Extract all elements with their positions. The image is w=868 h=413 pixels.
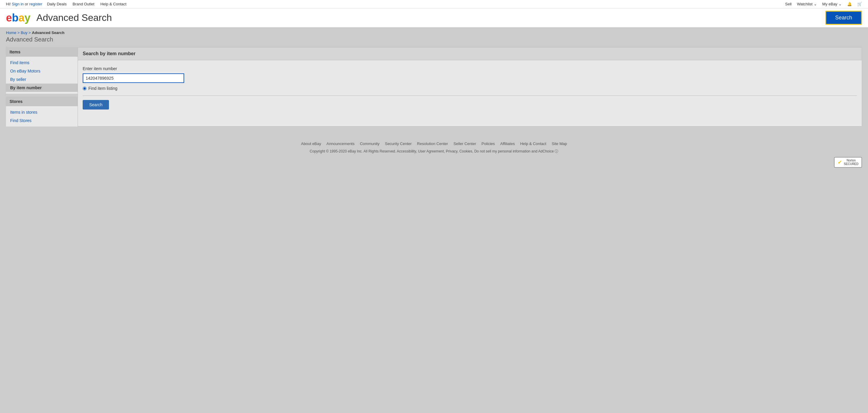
norton-badge: ✔ Norton SECURED xyxy=(6,157,862,168)
footer-privacy[interactable]: Privacy xyxy=(446,149,457,153)
breadcrumb: Home > Buy > Advanced Search xyxy=(6,30,862,35)
content-body: Enter item number Find item listing Sear… xyxy=(78,60,862,116)
breadcrumb-home[interactable]: Home xyxy=(6,30,17,35)
ebay-logo: ebay xyxy=(6,12,30,24)
sidebar-stores-section: Stores Items in stores Find Stores xyxy=(6,97,78,127)
logo-e: e xyxy=(6,12,12,24)
footer-cookies[interactable]: Cookies xyxy=(459,149,472,153)
page-title-header: Advanced Search xyxy=(36,12,112,23)
top-nav-right: Sell Watchlist ⌄ My eBay ⌄ 🔔 🛒 xyxy=(785,2,862,6)
sidebar-find-items[interactable]: Find items xyxy=(6,59,78,67)
register-link[interactable]: register xyxy=(29,2,42,6)
footer-seller-center[interactable]: Seller Center xyxy=(454,141,476,146)
logo-y: y xyxy=(25,12,30,24)
sidebar-by-item-number[interactable]: By item number xyxy=(6,84,78,92)
footer: About eBay Announcements Community Secur… xyxy=(0,135,868,174)
logo-a: a xyxy=(19,12,25,24)
breadcrumb-area: Home > Buy > Advanced Search Advanced Se… xyxy=(0,27,868,44)
search-button[interactable]: Search xyxy=(83,100,109,109)
footer-help-contact[interactable]: Help & Contact xyxy=(520,141,546,146)
footer-affiliates[interactable]: Affiliates xyxy=(500,141,515,146)
find-item-listing-label: Find item listing xyxy=(88,86,117,91)
footer-community[interactable]: Community xyxy=(360,141,380,146)
footer-announcements[interactable]: Announcements xyxy=(327,141,354,146)
sidebar-find-stores[interactable]: Find Stores xyxy=(6,116,78,125)
adchoice-icon: ⓘ xyxy=(555,149,558,153)
logo-b: b xyxy=(12,12,19,24)
watchlist-link[interactable]: Watchlist ⌄ xyxy=(797,2,817,6)
footer-resolution-center[interactable]: Resolution Center xyxy=(417,141,448,146)
sidebar-items-title: Items xyxy=(6,47,78,57)
content-area: Search by item number Enter item number … xyxy=(78,47,862,127)
radio-find-item-listing: Find item listing xyxy=(83,86,857,91)
sidebar-stores-links: Items in stores Find Stores xyxy=(6,106,78,127)
footer-do-not-sell[interactable]: Do not sell my personal information xyxy=(474,149,530,153)
sidebar-stores-title: Stores xyxy=(6,97,78,106)
item-number-label: Enter item number xyxy=(83,66,857,71)
sidebar-items-section: Items Find items On eBay Motors By selle… xyxy=(6,47,78,94)
norton-box: ✔ Norton SECURED xyxy=(834,157,862,168)
content-section-title: Search by item number xyxy=(78,47,862,60)
signin-link[interactable]: Sign in xyxy=(12,2,24,6)
header-left: ebay Advanced Search xyxy=(6,12,112,24)
breadcrumb-current: Advanced Search xyxy=(32,30,64,35)
footer-links: About eBay Announcements Community Secur… xyxy=(6,141,862,146)
main-content: Items Find items On eBay Motors By selle… xyxy=(0,44,868,135)
footer-policies[interactable]: Policies xyxy=(482,141,495,146)
norton-text: Norton SECURED xyxy=(844,159,859,166)
greeting-text: Hi! Sign in or register xyxy=(6,2,42,6)
footer-about-ebay[interactable]: About eBay xyxy=(301,141,321,146)
cart-icon[interactable]: 🛒 xyxy=(857,2,862,6)
sidebar-by-seller[interactable]: By seller xyxy=(6,75,78,84)
footer-adchoice[interactable]: AdChoice xyxy=(538,149,554,153)
find-item-listing-radio[interactable] xyxy=(83,87,87,90)
header: ebay Advanced Search Search xyxy=(0,8,868,27)
form-divider xyxy=(83,95,857,96)
page-title-main: Advanced Search xyxy=(6,36,862,43)
footer-user-agreement[interactable]: User Agreement xyxy=(418,149,444,153)
sidebar-items-links: Find items On eBay Motors By seller By i… xyxy=(6,57,78,94)
brand-outlet-link[interactable]: Brand Outlet xyxy=(72,2,94,6)
footer-security-center[interactable]: Security Center xyxy=(385,141,412,146)
footer-site-map[interactable]: Site Map xyxy=(552,141,567,146)
footer-accessibility[interactable]: Accessibility xyxy=(397,149,416,153)
top-nav-left: Hi! Sign in or register Daily Deals Bran… xyxy=(6,2,127,6)
top-nav-links: Daily Deals Brand Outlet Help & Contact xyxy=(47,2,126,6)
help-contact-link[interactable]: Help & Contact xyxy=(100,2,126,6)
sidebar-items-in-stores[interactable]: Items in stores xyxy=(6,108,78,116)
top-navigation: Hi! Sign in or register Daily Deals Bran… xyxy=(0,0,868,8)
header-search-button[interactable]: Search xyxy=(825,11,862,25)
sell-link[interactable]: Sell xyxy=(785,2,792,6)
sidebar: Items Find items On eBay Motors By selle… xyxy=(6,47,78,127)
footer-copyright: Copyright © 1995-2020 eBay Inc. All Righ… xyxy=(6,149,862,154)
breadcrumb-buy[interactable]: Buy xyxy=(21,30,27,35)
my-ebay-link[interactable]: My eBay ⌄ xyxy=(822,2,842,6)
norton-check-icon: ✔ xyxy=(838,159,842,166)
sidebar-on-ebay-motors[interactable]: On eBay Motors xyxy=(6,67,78,75)
daily-deals-link[interactable]: Daily Deals xyxy=(47,2,67,6)
item-number-input[interactable] xyxy=(83,73,184,83)
notification-icon[interactable]: 🔔 xyxy=(847,2,852,6)
